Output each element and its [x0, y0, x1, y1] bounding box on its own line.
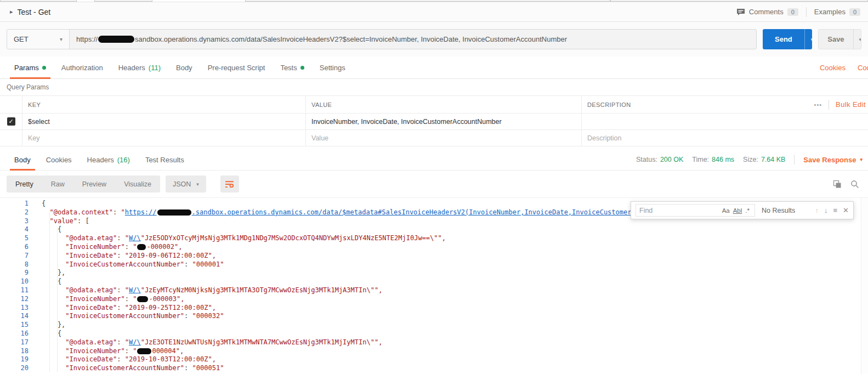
url-input[interactable]: https://sandbox.operations.dynamics.com/… — [70, 30, 756, 49]
request-title-bar: ▸ Test - Get Comments 0 Examples 0 — [0, 2, 868, 22]
send-button[interactable]: Send ▾ — [763, 29, 812, 49]
find-input[interactable] — [639, 207, 721, 214]
request-tabs: ParamsAuthorizationHeaders(11)BodyPre-re… — [7, 56, 353, 78]
request-tab-headers[interactable]: Headers(11) — [111, 56, 168, 78]
code-line: 9 }, — [0, 269, 868, 277]
regex-icon[interactable]: .* — [744, 207, 751, 214]
method-selector[interactable]: GET ▾ — [7, 30, 70, 49]
tab-strip-segment — [245, 0, 610, 2]
request-tab-settings[interactable]: Settings — [312, 56, 353, 78]
code-line: 7 "InvoiceDate": "2019-09-06T12:00:00Z", — [0, 252, 868, 260]
response-tabs: BodyCookiesHeaders(16)Test Results — [7, 149, 192, 170]
find-previous-icon[interactable]: ↑ — [815, 206, 819, 214]
code-line: 5 "@odata.etag": "W/\"JzE5ODYxOTcyMjMsNj… — [0, 234, 868, 243]
view-mode-preview[interactable]: Preview — [73, 175, 115, 192]
code-line: 16 { — [0, 330, 868, 338]
collapse-triangle-icon[interactable]: ▸ — [10, 8, 13, 15]
green-dot-icon — [42, 66, 46, 70]
code-line: 19 "InvoiceDate": "2019-10-03T12:00:00Z"… — [0, 355, 868, 364]
response-tab-cookies[interactable]: Cookies — [38, 149, 80, 170]
whole-word-icon[interactable]: Abl — [731, 207, 744, 214]
query-params-title: Query Params — [0, 79, 868, 95]
redaction-blob — [98, 36, 134, 43]
tab-label: Settings — [320, 64, 345, 72]
cookies-link[interactable]: Cookies — [820, 64, 846, 72]
tab-count: (16) — [117, 156, 130, 164]
param-value[interactable]: InvoiceNumber, InvoiceDate, InvoiceCusto… — [305, 114, 581, 129]
view-mode-raw[interactable]: Raw — [42, 175, 73, 192]
tab-label: Test Results — [145, 156, 184, 164]
line-number: 15 — [0, 321, 29, 330]
query-param-row: ✓ $select InvoiceNumber, InvoiceDate, In… — [0, 114, 868, 130]
find-next-icon[interactable]: ↓ — [824, 206, 828, 214]
send-label: Send — [763, 29, 804, 49]
redaction-blob — [137, 348, 151, 354]
divider — [794, 155, 795, 165]
redaction-blob — [157, 209, 191, 216]
examples-button[interactable]: Examples 0 — [814, 8, 860, 16]
url-prefix: https:// — [76, 35, 98, 43]
line-number: 12 — [0, 295, 29, 304]
tab-strip-segment — [94, 0, 152, 2]
line-number: 11 — [0, 286, 29, 295]
request-tab-params[interactable]: Params — [7, 56, 54, 78]
size-label: Size: — [743, 156, 758, 163]
view-mode-visualize[interactable]: Visualize — [115, 175, 160, 192]
tab-label: Headers — [87, 156, 114, 164]
find-results-status: No Results — [762, 207, 795, 214]
send-options-caret[interactable]: ▾ — [804, 29, 812, 49]
code-line: 17 "@odata.etag": "W/\"JzE3OTE1NzUwNTUsN… — [0, 338, 868, 347]
format-selector[interactable]: JSON ▾ — [166, 175, 206, 192]
response-tab-test-results[interactable]: Test Results — [138, 149, 192, 170]
bulk-edit-link[interactable]: Bulk Edit — [836, 100, 866, 109]
description-input-placeholder[interactable]: Description — [581, 130, 868, 146]
request-bar: GET ▾ https://sandbox.operations.dynamic… — [0, 22, 868, 56]
search-icon — [850, 180, 859, 189]
response-tab-headers[interactable]: Headers(16) — [80, 149, 138, 170]
save-options-caret[interactable]: ▾ — [853, 30, 861, 49]
divider — [829, 100, 829, 110]
response-body-editor[interactable]: 1{2 "@odata.context": "https://.sandbox.… — [0, 197, 868, 374]
more-options-icon[interactable]: ••• — [814, 101, 822, 108]
line-number: 3 — [0, 217, 29, 226]
copy-icon — [833, 180, 842, 189]
close-icon[interactable]: ✕ — [843, 206, 849, 214]
key-input-placeholder[interactable]: Key — [22, 130, 305, 146]
copy-response-button[interactable] — [833, 180, 842, 189]
request-tab-tests[interactable]: Tests — [273, 56, 311, 78]
find-in-selection-icon[interactable]: ≡ — [833, 206, 838, 214]
line-number: 4 — [0, 225, 29, 234]
param-description[interactable] — [581, 114, 868, 129]
wrap-lines-button[interactable] — [220, 175, 239, 192]
value-input-placeholder[interactable]: Value — [305, 130, 581, 146]
code-line: 10 { — [0, 277, 868, 286]
code-line: 13 "InvoiceDate": "2019-09-25T12:00:00Z"… — [0, 304, 868, 313]
response-header: BodyCookiesHeaders(16)Test Results Statu… — [0, 149, 868, 171]
param-checkbox-checked[interactable]: ✓ — [7, 117, 15, 126]
query-params-table: KEY VALUE DESCRIPTION ••• Bulk Edit ✓ $s… — [0, 95, 868, 146]
code-line: 14 "InvoiceCustomerAccountNumber": "0000… — [0, 312, 868, 321]
search-response-button[interactable] — [850, 180, 859, 189]
response-tab-body[interactable]: Body — [7, 149, 38, 170]
request-tab-body[interactable]: Body — [168, 56, 200, 78]
line-number: 10 — [0, 277, 29, 286]
chevron-down-icon: ▾ — [196, 182, 199, 187]
request-tab-authorization[interactable]: Authorization — [54, 56, 111, 78]
save-button[interactable]: Save ▾ — [818, 29, 861, 49]
save-response-button[interactable]: Save Response ▾ — [803, 156, 863, 164]
param-key[interactable]: $select — [22, 114, 305, 129]
method-label: GET — [14, 35, 29, 43]
code-line: 4 { — [0, 225, 868, 234]
tab-label: Tests — [280, 64, 297, 72]
view-mode-pretty[interactable]: Pretty — [7, 175, 42, 192]
comments-label: Comments — [749, 8, 784, 16]
code-link[interactable]: Code — [858, 64, 868, 72]
request-tab-pre-request-script[interactable]: Pre-request Script — [200, 56, 273, 78]
comments-button[interactable]: Comments 0 — [736, 8, 798, 16]
scrollbar[interactable] — [861, 198, 868, 374]
save-label: Save — [819, 30, 853, 49]
status-label: Status: — [636, 156, 657, 163]
line-number: 18 — [0, 347, 29, 356]
tab-strip-segment — [0, 0, 77, 2]
match-case-icon[interactable]: Aa — [721, 207, 731, 214]
